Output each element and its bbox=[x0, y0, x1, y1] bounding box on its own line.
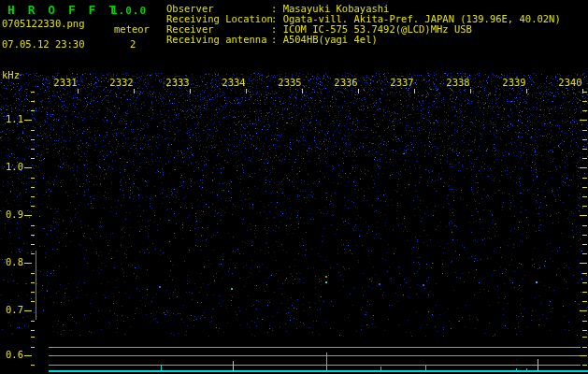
time-tick-label: 2340 bbox=[556, 77, 584, 88]
freq-tick-label: 0.8 bbox=[0, 256, 23, 267]
freq-tick-label: 0.7 bbox=[0, 304, 23, 315]
time-tick-label: 2333 bbox=[164, 77, 192, 88]
freq-tick-label: 1.0 bbox=[0, 161, 23, 172]
freq-tick-label: 0.6 bbox=[0, 349, 23, 360]
time-tick-label: 2336 bbox=[332, 77, 360, 88]
app-version: 1.0.0 bbox=[111, 5, 147, 17]
time-tick-label: 2331 bbox=[51, 77, 79, 88]
time-tick-label: 2338 bbox=[444, 77, 472, 88]
meteor-count: 2 bbox=[130, 38, 136, 50]
hrofft-window: H R O F F T 1.0.0 0705122330.png meteor … bbox=[0, 0, 588, 374]
station-row-label: Receiving antenna bbox=[166, 34, 271, 45]
station-row-value: : A504HB(yagi 4el) bbox=[271, 34, 378, 45]
datetime-label: 07.05.12 23:30 bbox=[2, 38, 85, 50]
spectrogram-canvas bbox=[0, 0, 588, 374]
time-tick-label: 2332 bbox=[108, 77, 136, 88]
station-row: Receiving antenna: A504HB(yagi 4el) bbox=[166, 34, 378, 45]
freq-tick-label: 1.1 bbox=[0, 113, 23, 124]
time-tick-label: 2335 bbox=[276, 77, 304, 88]
output-filename: 0705122330.png bbox=[2, 18, 85, 29]
time-tick-label: 2337 bbox=[388, 77, 416, 88]
khz-axis-label: kHz bbox=[2, 69, 20, 80]
time-tick-label: 2334 bbox=[220, 77, 248, 88]
app-title: H R O F F T bbox=[7, 3, 119, 17]
freq-tick-label: 0.9 bbox=[0, 209, 23, 220]
time-tick-label: 2339 bbox=[500, 77, 528, 88]
mode-label: meteor bbox=[114, 23, 150, 35]
